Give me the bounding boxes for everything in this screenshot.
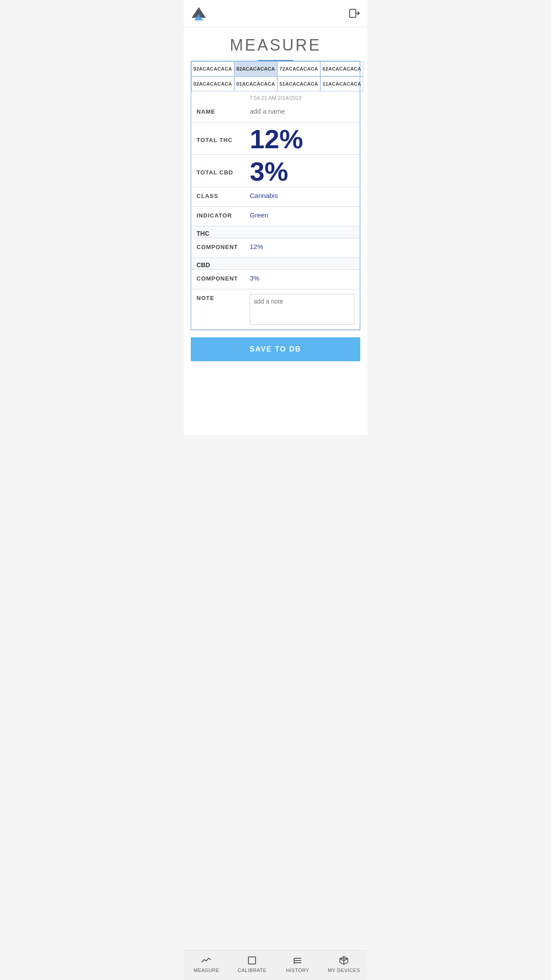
device-cell-4[interactable]: 02ACACACACA <box>191 76 234 91</box>
device-cell-6[interactable]: 51ACACACACA <box>277 76 320 91</box>
class-row: CLASS Cannabis <box>191 187 360 207</box>
timestamp: 7:54:21 AM 2/14/2019 <box>191 91 360 103</box>
class-label: CLASS <box>197 192 250 199</box>
note-row: NOTE <box>191 289 360 330</box>
header <box>184 0 367 27</box>
total-thc-value: 12% <box>250 126 303 153</box>
app-logo <box>191 5 207 21</box>
device-cell-5[interactable]: 01ACACACACA <box>234 76 277 91</box>
svg-rect-2 <box>350 9 356 17</box>
note-input[interactable] <box>250 294 354 325</box>
device-cell-7[interactable]: 11ACACACACA <box>320 76 363 91</box>
thc-section-header: THC <box>191 226 360 238</box>
data-panel: 7:54:21 AM 2/14/2019 NAME TOTAL THC 12% … <box>191 91 360 330</box>
total-cbd-label: TOTAL CBD <box>197 168 250 176</box>
total-cbd-row: TOTAL CBD 3% <box>191 155 360 187</box>
thc-component-row: COMPONENT 12% <box>191 238 360 258</box>
cbd-component-value: 3% <box>250 274 260 282</box>
thc-component-label: COMPONENT <box>197 243 250 250</box>
device-grid: 92ACACACACA 82ACACACACA 72ACACACACA 62AC… <box>191 61 360 91</box>
indicator-value: Green <box>250 211 268 219</box>
class-value: Cannabis <box>250 192 278 199</box>
save-button-wrapper: SAVE TO DB <box>184 330 367 368</box>
name-input[interactable] <box>250 107 347 115</box>
save-to-db-button[interactable]: SAVE TO DB <box>191 337 360 361</box>
total-thc-label: TOTAL THC <box>197 136 250 143</box>
indicator-label: INDICATOR <box>197 211 250 219</box>
device-cell-2[interactable]: 72ACACACACA <box>277 61 320 76</box>
total-thc-row: TOTAL THC 12% <box>191 122 360 155</box>
page-title: MEASURE <box>184 27 367 60</box>
thc-component-value: 12% <box>250 243 263 250</box>
device-cell-3[interactable]: 62ACACACACA <box>320 61 363 76</box>
cbd-component-row: COMPONENT 3% <box>191 270 360 289</box>
note-label: NOTE <box>197 294 250 301</box>
cbd-component-label: COMPONENT <box>197 274 250 282</box>
cbd-section-header: CBD <box>191 258 360 270</box>
logout-button[interactable] <box>348 7 360 20</box>
device-cell-1[interactable]: 82ACACACACA <box>234 61 277 76</box>
name-label: NAME <box>197 107 250 115</box>
device-cell-0[interactable]: 92ACACACACA <box>191 61 234 76</box>
name-row: NAME <box>191 103 360 122</box>
total-cbd-value: 3% <box>250 158 288 185</box>
indicator-row: INDICATOR Green <box>191 207 360 226</box>
